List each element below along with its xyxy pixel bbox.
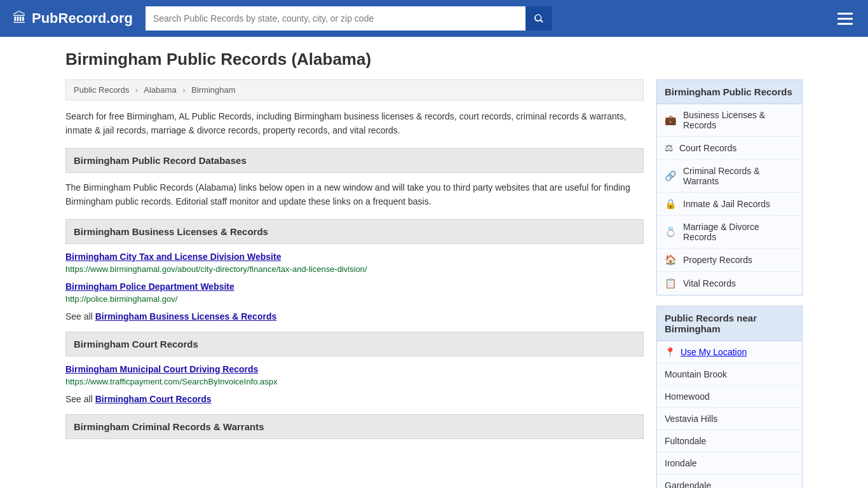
menu-bar-3 xyxy=(837,23,853,25)
nearby-city-link-3[interactable]: Fultondale xyxy=(665,436,706,446)
nearby-city-link-4[interactable]: Irondale xyxy=(665,458,697,468)
breadcrumb: Public Records › Alabama › Birmingham xyxy=(65,79,644,100)
see-all-court-link[interactable]: Birmingham Court Records xyxy=(95,394,212,404)
business-url-1: https://www.birminghamal.gov/about/city-… xyxy=(65,264,644,274)
main-content: Public Records › Alabama › Birmingham Se… xyxy=(65,79,644,488)
sidebar-item-label-inmate: Inmate & Jail Records xyxy=(683,199,770,209)
sidebar-item-property[interactable]: 🏠 Property Records xyxy=(657,248,802,272)
nearby-city-link-2[interactable]: Vestavia Hills xyxy=(665,414,717,424)
court-link-1[interactable]: Birmingham Municipal Court Driving Recor… xyxy=(65,364,644,374)
business-link-1[interactable]: Birmingham City Tax and License Division… xyxy=(65,252,644,262)
sidebar-records-header: Birmingham Public Records xyxy=(656,79,803,104)
nearby-city-3[interactable]: Fultondale xyxy=(657,430,802,452)
breadcrumb-sep-2: › xyxy=(182,85,185,95)
use-location-item[interactable]: 📍 Use My Location xyxy=(657,341,802,363)
nearby-city-2[interactable]: Vestavia Hills xyxy=(657,408,802,430)
sidebar-item-business[interactable]: 💼 Business Licenses & Records xyxy=(657,104,802,137)
sidebar-item-court[interactable]: ⚖ Court Records xyxy=(657,137,802,160)
nearby-city-4[interactable]: Irondale xyxy=(657,452,802,475)
search-button[interactable] xyxy=(526,6,552,30)
breadcrumb-sep-1: › xyxy=(135,85,138,95)
section-header-business: Birmingham Business Licenses & Records xyxy=(65,219,644,244)
scales-icon: ⚖ xyxy=(665,142,673,154)
section-header-databases: Birmingham Public Record Databases xyxy=(65,148,644,173)
lock-icon: 🔒 xyxy=(665,198,677,210)
business-url-2: http://police.birminghamal.gov/ xyxy=(65,294,644,304)
sidebar-item-marriage[interactable]: 💍 Marriage & Divorce Records xyxy=(657,216,802,248)
use-location-link[interactable]: Use My Location xyxy=(681,347,747,357)
search-icon xyxy=(533,13,545,24)
home-icon: 🏠 xyxy=(665,254,677,266)
site-logo[interactable]: 🏛 PubRecord.org xyxy=(13,10,133,27)
page-description: Search for free Birmingham, AL Public Re… xyxy=(65,109,644,138)
nearby-city-link-5[interactable]: Gardendale xyxy=(665,480,711,488)
sidebar-item-vital[interactable]: 📋 Vital Records xyxy=(657,272,802,295)
breadcrumb-birmingham[interactable]: Birmingham xyxy=(191,85,235,95)
sidebar-item-label-marriage: Marriage & Divorce Records xyxy=(683,222,794,242)
databases-description: The Birmingham Public Records (Alabama) … xyxy=(65,180,644,209)
business-link-2[interactable]: Birmingham Police Department Website xyxy=(65,281,644,292)
menu-bar-2 xyxy=(837,18,853,20)
sidebar-item-label-vital: Vital Records xyxy=(683,278,736,288)
sidebar-records-list: 💼 Business Licenses & Records ⚖ Court Re… xyxy=(656,104,803,295)
content-layout: Public Records › Alabama › Birmingham Se… xyxy=(65,79,803,488)
sidebar-item-label-property: Property Records xyxy=(683,255,752,265)
link-icon: 🔗 xyxy=(665,170,677,182)
sidebar-nearby-header: Public Records near Birmingham xyxy=(656,306,803,341)
sidebar-item-criminal[interactable]: 🔗 Criminal Records & Warrants xyxy=(657,160,802,193)
court-url-1: https://www.trafficpayment.com/SearchByI… xyxy=(65,377,644,386)
sidebar: Birmingham Public Records 💼 Business Lic… xyxy=(656,79,803,488)
sidebar-item-label-criminal: Criminal Records & Warrants xyxy=(683,166,794,186)
search-input[interactable] xyxy=(146,6,526,30)
breadcrumb-public-records[interactable]: Public Records xyxy=(74,85,129,95)
location-pin-icon: 📍 xyxy=(665,347,675,357)
nearby-city-5[interactable]: Gardendale xyxy=(657,475,802,488)
search-container xyxy=(146,6,552,30)
nearby-city-0[interactable]: Mountain Brook xyxy=(657,363,802,386)
nearby-city-link-1[interactable]: Homewood xyxy=(665,391,710,402)
section-header-criminal: Birmingham Criminal Records & Warrants xyxy=(65,414,644,439)
section-header-court: Birmingham Court Records xyxy=(65,332,644,356)
see-all-business-link[interactable]: Birmingham Business Licenses & Records xyxy=(95,311,277,322)
see-all-business: See all Birmingham Business Licenses & R… xyxy=(65,311,644,322)
page-container: Birmingham Public Records (Alabama) Publ… xyxy=(53,37,815,488)
see-all-court: See all Birmingham Court Records xyxy=(65,394,644,404)
site-header: 🏛 PubRecord.org xyxy=(0,0,868,37)
menu-bar-1 xyxy=(837,13,853,15)
briefcase-icon: 💼 xyxy=(665,114,677,126)
logo-text: PubRecord.org xyxy=(32,10,133,27)
logo-icon: 🏛 xyxy=(13,10,27,27)
sidebar-item-inmate[interactable]: 🔒 Inmate & Jail Records xyxy=(657,193,802,216)
nearby-city-link-0[interactable]: Mountain Brook xyxy=(665,369,727,379)
nearby-city-1[interactable]: Homewood xyxy=(657,386,802,408)
sidebar-item-label-court: Court Records xyxy=(679,143,736,153)
clipboard-icon: 📋 xyxy=(665,278,677,289)
sidebar-item-label-business: Business Licenses & Records xyxy=(683,110,794,130)
sidebar-nearby-list: 📍 Use My Location Mountain Brook Homewoo… xyxy=(656,341,803,488)
page-title: Birmingham Public Records (Alabama) xyxy=(65,50,803,69)
menu-button[interactable] xyxy=(835,10,855,27)
breadcrumb-alabama[interactable]: Alabama xyxy=(144,85,176,95)
rings-icon: 💍 xyxy=(665,226,677,238)
